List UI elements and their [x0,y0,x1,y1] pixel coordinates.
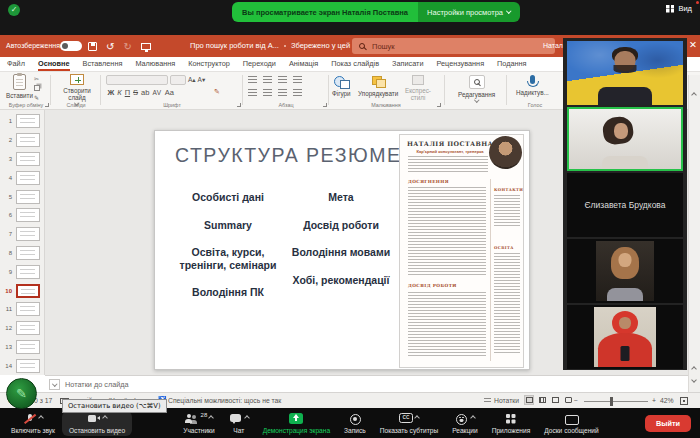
annotate-button[interactable]: ✎ [6,378,37,409]
toolbar-cc-button[interactable]: CCПоказать субтитры [373,411,445,436]
chevron-up-icon[interactable] [102,415,108,421]
document-title-area[interactable]: Про пошук роботи від А... Збережено у це… [190,41,370,50]
next-slide-icon[interactable] [691,377,697,383]
quick-styles-button[interactable]: Експрес- стилі [402,75,434,101]
slide-thumbnail-9[interactable]: 9 [0,262,44,281]
participant-video-1[interactable] [567,41,683,105]
tab-Конструктор[interactable]: Конструктор [188,59,230,71]
slide-thumbnail-8[interactable]: 8 [0,244,44,263]
toolbar-share-screen-button[interactable]: Демонстрация экрана [256,411,337,436]
font-style-button-6[interactable]: Aa [163,88,175,97]
tab-Записати[interactable]: Записати [392,59,423,71]
font-style-button-1[interactable]: К [116,88,123,97]
collapse-ribbon-icon[interactable] [691,92,697,98]
redo-icon[interactable]: ↻ [123,41,131,52]
tab-Переходи[interactable]: Переходи [243,59,276,71]
font-style-button-5[interactable]: AV [151,89,163,96]
notes-collapse-button[interactable] [49,379,60,390]
view-button[interactable]: Вид [666,4,692,13]
tab-Анімація[interactable]: Анімація [289,59,318,71]
toolbar-camera-button[interactable]: Остановить видео [62,411,132,436]
dictate-button[interactable]: Надиктув... [516,75,549,96]
notes-pane[interactable]: Нотатки до слайда [45,375,688,392]
copy-icon[interactable] [34,85,40,91]
slide-thumbnail-4[interactable]: 4 [0,168,44,187]
accessibility-status[interactable]: Спеціальні можливості: щось не так [168,397,281,404]
tab-Файл[interactable]: Файл [7,59,25,71]
slide-thumbnail-1[interactable]: 1 [0,112,44,131]
font-name-select[interactable] [106,75,168,85]
present-icon[interactable] [141,43,151,50]
toolbar-reactions-button[interactable]: Реакции [445,411,484,436]
chevron-up-icon[interactable] [470,415,476,421]
zoom-level[interactable]: 42% [660,397,674,404]
current-slide[interactable]: СТРУКТУРА РЕЗЮМЕ Особисті даніSummaryОсв… [154,130,530,370]
chevron-up-icon[interactable] [208,415,214,421]
save-icon[interactable] [88,42,97,51]
tab-Вставлення[interactable]: Вставлення [83,59,123,71]
dialog-launcher-icon[interactable] [437,103,441,107]
slideshow-button[interactable] [563,395,573,405]
cut-icon[interactable]: ✂ [34,75,40,82]
slide-thumbnail-6[interactable]: 6 [0,206,44,225]
chevron-up-icon[interactable] [414,415,420,421]
toolbar-mic-muted-button[interactable]: Включить звук [4,411,62,436]
search-input[interactable] [370,41,530,52]
tab-Рецензування[interactable]: Рецензування [437,59,485,71]
tab-Подання[interactable]: Подання [497,59,526,71]
slide-thumbnail-10[interactable]: 10 [0,281,44,300]
reading-view-button[interactable] [550,395,560,405]
toolbar-participants-button[interactable]: 28Участники [176,411,222,436]
slide-thumbnail-5[interactable]: 5 [0,187,44,206]
zoom-slider-thumb[interactable] [610,397,613,406]
slide-thumbnail-2[interactable]: 2 [0,131,44,150]
toolbar-chat-button[interactable]: Чат [222,411,256,436]
toolbar-whiteboard-button[interactable]: Доски сообщений [537,411,605,436]
tab-Показ слайдів[interactable]: Показ слайдів [331,59,379,71]
slide-thumbnail-7[interactable]: 7 [0,225,44,244]
participant-name-tile[interactable]: Єлизавета Брудкова [567,173,683,237]
chevron-up-icon[interactable] [38,415,44,421]
paste-button[interactable]: Вставити [6,74,33,99]
dialog-launcher-icon[interactable] [237,103,241,107]
normal-view-button[interactable] [524,395,534,405]
slide-thumbnail-13[interactable]: 13 [0,338,44,357]
slide-thumbnail-14[interactable]: 14 [0,356,44,375]
new-slide-button[interactable]: Створити слайд [60,74,94,105]
font-size-select[interactable] [170,75,186,85]
participant-video-4[interactable] [567,239,683,303]
zoom-slider-track[interactable] [584,401,648,402]
numbering-icon[interactable] [263,76,272,84]
shrink-font-button[interactable]: A▾ [198,76,206,84]
font-color-icon[interactable]: ✎ [214,88,220,96]
slide-thumbnail-12[interactable]: 12 [0,319,44,338]
vertical-scrollbar[interactable] [688,75,700,392]
font-style-button-2[interactable]: П [123,88,131,97]
chevron-up-icon[interactable] [244,415,250,421]
undo-icon[interactable]: ↺ [106,41,114,52]
dialog-launcher-icon[interactable] [45,103,49,107]
participant-video-5[interactable] [567,305,683,369]
slide-thumbnail-11[interactable]: 11 [0,300,44,319]
line-spacing-icon[interactable] [293,76,302,84]
toolbar-record-button[interactable]: Запись [337,411,373,436]
shapes-button[interactable]: Фігури [332,75,351,97]
toolbar-apps-button[interactable]: Приложения [485,411,538,436]
autosave-toggle[interactable] [60,41,82,51]
align-right-icon[interactable] [278,89,287,97]
font-style-button-4[interactable]: ab [140,88,151,97]
fit-slide-icon[interactable] [680,397,688,405]
view-settings-button[interactable]: Настройки просмотра [418,2,519,22]
close-icon[interactable]: ✕ [689,39,697,50]
indent-icon[interactable] [278,76,287,84]
participant-video-2[interactable] [567,107,683,171]
format-painter-icon[interactable]: ✎ [34,94,40,101]
zoom-in-icon[interactable]: + [652,397,656,404]
previous-slide-icon[interactable] [691,366,697,372]
zoom-out-icon[interactable]: − [574,397,578,404]
bullets-icon[interactable] [248,76,257,84]
slide-sorter-view-button[interactable] [537,395,547,405]
search-box[interactable] [352,38,555,54]
justify-icon[interactable] [293,89,302,97]
slide-thumbnail-3[interactable]: 3 [0,150,44,169]
